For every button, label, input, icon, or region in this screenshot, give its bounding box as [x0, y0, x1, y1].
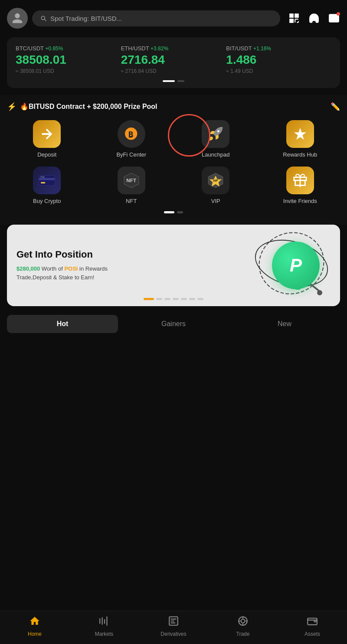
market-tabs: Hot Gainers New [7, 315, 340, 333]
page-dot-2 [177, 211, 183, 213]
svg-text:VISA: VISA [40, 176, 45, 178]
mail-badge [337, 12, 340, 16]
promo-dot-5 [181, 298, 187, 300]
trade-icon [237, 615, 249, 629]
eth-pair-label: ETH/USDT [121, 45, 149, 52]
search-placeholder: Spot Trading: BIT/USD... [50, 15, 122, 22]
promo-cta: Trade,Deposit & Stake to Earn! [16, 274, 94, 281]
promo-card[interactable]: Get Into Position $280,000 Worth of POSI… [7, 225, 340, 306]
icon-grid: Deposit ByFi Center Launch [7, 120, 340, 204]
promo-title: Get Into Position [16, 249, 261, 260]
promo-dot-2 [156, 298, 162, 300]
promo-carousel-dots [144, 298, 203, 300]
svg-rect-9 [39, 178, 55, 180]
nav-trade-label: Trade [236, 631, 250, 637]
svg-rect-2 [290, 19, 293, 23]
icon-byfi[interactable]: ByFi Center [92, 120, 172, 158]
icon-deposit-label: Deposit [37, 151, 56, 158]
eth-usd: ≈ 2716.84 USD [121, 68, 226, 74]
promo-image: P [261, 235, 331, 296]
icon-rewards[interactable]: Rewards Hub [260, 120, 340, 158]
header-icons [288, 12, 340, 24]
lightning-icon: ⚡ [7, 102, 16, 111]
icon-vip-label: VIP [211, 198, 220, 204]
promo-desc-suffix: in Rewards [79, 265, 108, 272]
headset-icon-button[interactable] [308, 12, 320, 24]
home-icon [29, 615, 40, 629]
bit-price: 1.486 [226, 53, 331, 67]
promo-dot-4 [173, 298, 179, 300]
posi-coin: P [272, 242, 320, 289]
icon-invite[interactable]: Invite Friends [260, 167, 340, 204]
promo-desc-text: Worth of [42, 265, 65, 272]
banner-page-dots [7, 211, 340, 213]
svg-rect-10 [41, 182, 45, 183]
ticker-dot-1 [163, 80, 175, 82]
bottom-nav: Home Markets Derivatives Trade [0, 611, 347, 644]
banner-header: ⚡ 🔥BITUSD Contract + $200,000 Prize Pool… [7, 102, 340, 111]
btc-price: 38508.01 [16, 53, 121, 67]
banner-title: ⚡ 🔥BITUSD Contract + $200,000 Prize Pool [7, 102, 157, 111]
nav-home-label: Home [28, 631, 42, 637]
ticker-bit[interactable]: BIT/USDT +1.16% 1.486 ≈ 1.49 USD [226, 45, 331, 74]
icon-launchpad-label: Launchpad [202, 151, 229, 158]
eth-change: +3.82% [151, 46, 168, 52]
svg-rect-1 [295, 14, 298, 17]
icon-byfi-label: ByFi Center [116, 151, 146, 158]
icon-launchpad[interactable]: Launchpad [176, 120, 256, 158]
avatar[interactable] [7, 8, 28, 29]
svg-point-7 [217, 130, 219, 132]
derivatives-icon [168, 615, 179, 629]
btc-pair-label: BTC/USDT [16, 45, 44, 52]
svg-text:NFT: NFT [126, 177, 137, 183]
nav-trade[interactable]: Trade [228, 615, 258, 637]
promo-token: POSI [64, 265, 78, 272]
nav-assets[interactable]: Assets [297, 615, 327, 637]
mail-icon-button[interactable] [328, 12, 340, 24]
ticker-btc[interactable]: BTC/USDT +0.85% 38508.01 ≈ 38508.01 USD [16, 45, 121, 74]
scan-icon-button[interactable] [288, 12, 300, 24]
nav-markets[interactable]: Markets [89, 615, 119, 637]
nav-derivatives[interactable]: Derivatives [158, 615, 189, 637]
markets-icon [98, 615, 110, 629]
bit-change: +1.16% [253, 46, 271, 52]
icon-buy-crypto-label: Buy Crypto [33, 198, 61, 204]
tab-gainers[interactable]: Gainers [118, 315, 229, 333]
icon-nft-label: NFT [126, 198, 137, 204]
nav-home[interactable]: Home [20, 615, 50, 637]
search-bar[interactable]: Spot Trading: BIT/USD... [32, 10, 280, 26]
btc-usd: ≈ 38508.01 USD [16, 68, 121, 74]
icon-buy-crypto[interactable]: VISA Buy Crypto [7, 167, 87, 204]
ticker-section: BTC/USDT +0.85% 38508.01 ≈ 38508.01 USD … [7, 37, 340, 88]
tab-hot[interactable]: Hot [7, 315, 118, 333]
edit-icon[interactable]: ✏️ [331, 102, 340, 111]
ticker-eth[interactable]: ETH/USDT +3.82% 2716.84 ≈ 2716.84 USD [121, 45, 226, 74]
svg-rect-0 [290, 14, 293, 17]
icon-nft[interactable]: NFT NFT [92, 167, 172, 204]
promo-text: Get Into Position $280,000 Worth of POSI… [16, 249, 261, 281]
page-dot-1 [164, 211, 174, 213]
svg-point-20 [317, 290, 322, 295]
btc-change: +0.85% [45, 46, 63, 52]
promo-dot-3 [164, 298, 170, 300]
promo-dot-6 [189, 298, 195, 300]
ticker-pagination [16, 80, 331, 82]
promo-dot-7 [197, 298, 203, 300]
nav-assets-label: Assets [304, 631, 320, 637]
tab-new[interactable]: New [229, 315, 340, 333]
assets-icon [307, 615, 318, 629]
bit-pair-label: BIT/USDT [226, 45, 252, 52]
icon-vip[interactable]: VIP VIP [176, 167, 256, 204]
nav-derivatives-label: Derivatives [160, 631, 186, 637]
ticker-dot-2 [177, 80, 184, 82]
icon-rewards-label: Rewards Hub [283, 151, 317, 158]
nav-markets-label: Markets [95, 631, 114, 637]
eth-price: 2716.84 [121, 53, 226, 67]
svg-point-23 [241, 619, 245, 623]
banner-section: ⚡ 🔥BITUSD Contract + $200,000 Prize Pool… [0, 95, 347, 225]
svg-text:VIP: VIP [213, 179, 218, 182]
promo-dot-1 [144, 298, 154, 300]
icon-invite-label: Invite Friends [283, 198, 317, 204]
icon-deposit[interactable]: Deposit [7, 120, 87, 158]
banner-title-text: 🔥BITUSD Contract + $200,000 Prize Pool [20, 102, 157, 111]
